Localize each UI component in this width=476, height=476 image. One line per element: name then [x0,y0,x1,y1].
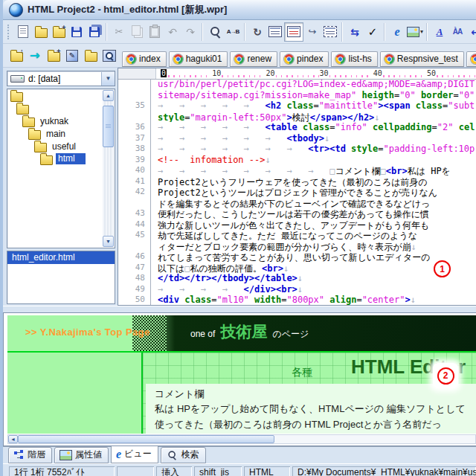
doc-tab-haguki01[interactable]: haguki01 [169,51,228,67]
code-line: 劫で先延ばししてきた。ただ 最近になってこのページのような [151,230,476,241]
line-number: 42 [118,187,151,198]
edit-button[interactable]: ✎ [63,47,81,65]
undo-redo-button[interactable]: ⇆ [346,23,364,41]
search-button[interactable] [206,23,224,41]
folder-up-button[interactable]: ↑ [7,47,25,65]
code-area[interactable]: usr/bin/perl/petit/pc.cgi?LOG=index-ed&a… [118,79,476,305]
html-file-icon [335,54,345,64]
replace-button[interactable]: A→B [224,23,242,41]
insert-image-button[interactable]: ▾ [406,23,424,41]
hr-icon: ↔ [471,26,476,38]
toolbar-group: ✂↶↷ [108,23,202,41]
undo-button[interactable]: ↶ [164,23,181,41]
status-cell-1 [117,466,154,476]
code-row: 45劫で先延ばししてきた。ただ 最近になってこのページのような [118,230,476,241]
tree-scrollbar[interactable]: ▲ ▼ [103,90,114,246]
preview-pane: >> Y.Nakajima's Top Page one of 技術屋 のページ… [3,312,476,446]
save-button[interactable] [68,23,86,41]
drive-combobox[interactable]: d: [data] ▼ [7,71,115,86]
syntax-check-button[interactable]: ✓ [364,23,382,41]
annotation-circle-1: 1 [434,260,451,277]
cut-button[interactable]: ✂ [110,23,128,41]
line-number [118,112,151,123]
redo-button[interactable]: ↷ [181,23,199,41]
jump-icon: ↪ [309,26,317,37]
line-number: 50 [118,295,151,306]
scroll-up-icon[interactable]: ▲ [103,90,114,101]
code-line: <!-- infomation -->↓ [151,155,476,166]
ie-preview-button[interactable]: e [388,23,406,41]
view-tab-attributes[interactable]: 属性値 [54,447,109,463]
new-project-button[interactable]: + [50,23,68,41]
tree-row-html[interactable]: html [7,152,115,165]
tree-row-yuknak[interactable]: yuknak [7,115,115,127]
save-all-button[interactable] [86,23,103,41]
tree-row-useful[interactable]: useful [7,140,115,152]
doc-tab-label: index [139,54,161,64]
undo-redo-icon: ⇆ [350,26,359,38]
doc-tab-list-hs[interactable]: list-hs [331,51,377,67]
hr-button[interactable]: ↔ [466,23,476,41]
code-line: → → → → → <h2 class="maintitle"><span cl… [151,100,476,112]
jump-button[interactable]: ↪ [303,23,321,41]
scroll-down-icon[interactable]: ▼ [103,236,114,247]
tree-row[interactable] [7,102,115,115]
scroll-left-icon[interactable]: ◄ [8,435,18,443]
font-icon: ÀA [453,28,462,36]
open-folder-button[interactable] [82,47,100,65]
doc-tab-Respnsive_test[interactable]: Respnsive_test [380,51,464,67]
app-window: HTML Project2 - html_editor.html [新規.wpr… [0,0,476,476]
copy-button[interactable] [128,23,146,41]
doc-tab-L[interactable]: L [466,51,476,67]
font-button[interactable]: ÀA [448,23,466,41]
line-number: 36 [118,122,151,133]
new-project-icon: + [53,28,65,38]
open-file-button[interactable] [32,23,50,41]
ruler-number: 30 [319,69,329,77]
view-tab-ie[interactable]: eビュー [111,444,158,463]
line-number [118,241,151,252]
save-all-icon [89,27,100,37]
scrollbar-thumb[interactable] [103,106,114,147]
view-list-button[interactable] [321,23,339,41]
code-line: </td></tr></tbody></table>↓ [151,273,476,284]
view-split-button[interactable] [284,22,303,42]
new-file-button[interactable] [14,23,32,41]
rendered-page: >> Y.Nakajima's Top Page one of 技術屋 のページ… [7,315,476,434]
cut-icon: ✂ [115,26,123,37]
find-folder-button[interactable] [100,47,118,65]
status-cell-4: HTML [244,466,290,476]
doc-tab-pindex[interactable]: pindex [280,51,329,67]
anchor-button[interactable]: A [431,23,448,41]
tree-row-main[interactable]: main [7,127,115,140]
toolbar-group: A→B [204,23,245,41]
view-split-icon [287,26,300,37]
tree-row[interactable] [7,89,115,102]
view-editor-button[interactable] [266,23,284,41]
new-folder-button[interactable]: + [45,47,62,65]
view-tab-search[interactable]: 検索 [161,447,206,463]
refresh-button[interactable]: ↻ [248,23,266,41]
doc-tab-index[interactable]: index [122,51,167,67]
hscrollbar-thumb[interactable] [18,435,274,443]
code-line: れてしまって苦労することがあり、思い切って新しいエディターの [151,251,476,263]
status-bar: 1行 1桁 7552ﾊﾞｲﾄ挿入shift_jisHTMLD:¥My Docum… [3,463,476,476]
paste-button[interactable] [146,23,164,41]
file-row[interactable]: html_editor.html [7,251,115,264]
code-line: 便利だったし、こうしたツールは若干の優劣差があっても操作に慣 [151,208,476,219]
drive-dropdown-button[interactable]: ▼ [101,72,115,86]
code-line: sitemap/sitemap.cgi?mission=make_map" he… [151,90,476,101]
toolbar-grip[interactable] [7,25,9,39]
pane-splitter[interactable] [3,306,476,312]
view-tab-hierarchy[interactable]: 階層 [8,447,52,463]
title-bar[interactable]: HTML Project2 - html_editor.html [新規.wpr… [3,0,476,20]
code-editor[interactable]: 01020304050 usr/bin/perl/petit/pc.cgi?LO… [118,68,476,306]
comment-line: たかな)。このツールはプロジェクト管理ができることが売りなん [155,432,469,434]
save-icon [71,27,82,37]
go-arrow-button[interactable]: → [26,47,44,65]
search-icon [167,450,177,460]
comment-line: 私は HPをアップし始めて間もなく、HTMLページの 編集ソフトとして [155,401,469,416]
doc-tab-renew[interactable]: renew [230,51,277,67]
code-line: 以下は□私の独断の評価。<br>↓ [151,263,476,274]
preview-hscrollbar[interactable]: ◄ [7,434,476,444]
